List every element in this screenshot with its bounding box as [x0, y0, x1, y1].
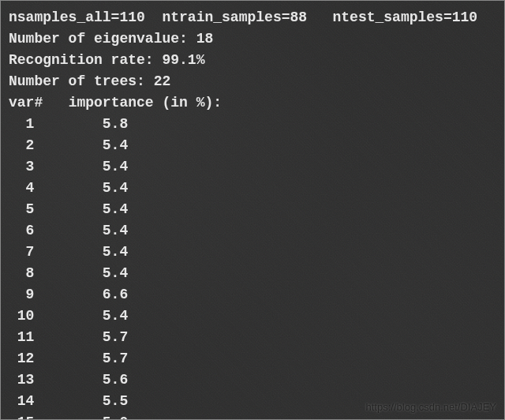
- var-number: 14: [9, 391, 34, 412]
- table-row: 25.4: [9, 135, 496, 156]
- importance-value: 5.4: [34, 199, 128, 220]
- table-row: 125.7: [9, 348, 496, 369]
- importance-value: 5.8: [34, 114, 128, 135]
- var-number: 2: [9, 135, 34, 156]
- importance-value: 5.6: [34, 369, 128, 391]
- table-row: 75.4: [9, 242, 496, 263]
- table-row: 105.4: [9, 306, 496, 327]
- recognition-value: 99.1%: [162, 52, 204, 68]
- var-number: 12: [9, 348, 34, 369]
- var-number: 6: [9, 220, 34, 242]
- ntrain-samples-label: ntrain_samples=: [162, 9, 290, 25]
- recognition-line: Recognition rate: 99.1%: [9, 50, 496, 71]
- importance-value: 5.4: [34, 135, 128, 156]
- importance-value: 5.4: [34, 220, 128, 242]
- header-stats-line: nsamples_all=110 ntrain_samples=88 ntest…: [9, 7, 496, 28]
- importance-value: 5.4: [34, 242, 128, 263]
- var-number: 4: [9, 178, 34, 199]
- table-row: 15.8: [9, 114, 496, 135]
- eigenvalue-line: Number of eigenvalue: 18: [9, 28, 496, 50]
- var-number: 3: [9, 156, 34, 178]
- importance-value: 6.6: [34, 284, 128, 306]
- importance-value: 5.5: [34, 391, 128, 412]
- table-row: 96.6: [9, 284, 496, 306]
- importance-table: 15.825.435.445.455.465.475.485.496.6105.…: [9, 114, 496, 420]
- trees-label: Number of trees:: [9, 73, 154, 89]
- importance-value: 5.7: [34, 348, 128, 369]
- importance-value: 5.4: [34, 156, 128, 178]
- table-header-importance: importance (in %):: [69, 95, 222, 111]
- importance-value: 5.4: [34, 306, 128, 327]
- importance-value: 5.4: [34, 178, 128, 199]
- trees-value: 22: [154, 73, 171, 89]
- table-row: 115.7: [9, 327, 496, 348]
- recognition-label: Recognition rate:: [9, 52, 162, 68]
- nsamples-all-label: nsamples_all=: [9, 9, 119, 25]
- ntest-samples-label: ntest_samples=: [333, 9, 452, 25]
- ntest-samples-value: 110: [452, 9, 477, 25]
- var-number: 7: [9, 242, 34, 263]
- var-number: 1: [9, 114, 34, 135]
- table-row: 65.4: [9, 220, 496, 242]
- var-number: 13: [9, 369, 34, 391]
- var-number: 5: [9, 199, 34, 220]
- ntrain-samples-value: 88: [290, 9, 307, 25]
- table-row: 35.4: [9, 156, 496, 178]
- importance-value: 5.7: [34, 327, 128, 348]
- var-number: 9: [9, 284, 34, 306]
- importance-value: 5.4: [34, 263, 128, 284]
- var-number: 15: [9, 412, 34, 420]
- table-row: 55.4: [9, 199, 496, 220]
- table-row: 135.6: [9, 369, 496, 391]
- trees-line: Number of trees: 22: [9, 71, 496, 92]
- table-row: 45.4: [9, 178, 496, 199]
- table-header-var: var#: [9, 95, 43, 111]
- eigenvalue-value: 18: [196, 31, 214, 47]
- var-number: 10: [9, 306, 34, 327]
- importance-value: 5.0: [34, 412, 128, 420]
- nsamples-all-value: 110: [119, 9, 144, 25]
- var-number: 11: [9, 327, 34, 348]
- table-row: 85.4: [9, 263, 496, 284]
- var-number: 8: [9, 263, 34, 284]
- table-header: var# importance (in %):: [9, 92, 496, 114]
- watermark-text: https://blog.csdn.net/DIAJEY: [366, 399, 496, 415]
- eigenvalue-label: Number of eigenvalue:: [9, 31, 196, 47]
